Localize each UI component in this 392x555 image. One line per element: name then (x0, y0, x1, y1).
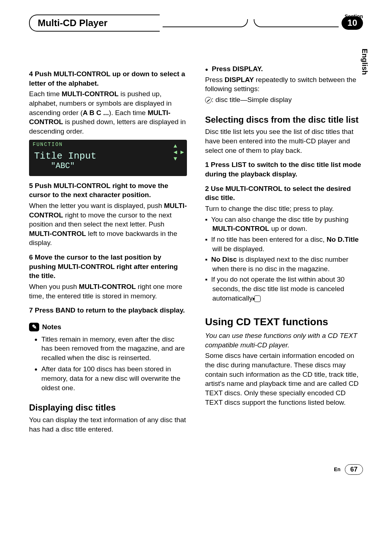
text: If you do not operate the list within ab… (211, 276, 345, 302)
text: : disc title—Simple display (212, 96, 292, 103)
lcd-arrows-icon: ▲◀ ▶▼ (173, 143, 184, 163)
section-number-badge: 10 (342, 16, 363, 29)
text: up or down. (269, 225, 307, 232)
step-7: 7 Press BAND to return to the playback d… (29, 306, 187, 315)
page-header: Multi-CD Player 10 (29, 15, 363, 32)
step-6-body: When you push MULTI-CONTROL right one mo… (29, 282, 187, 301)
sel-step-1: 1 Press LIST to switch to the disc title… (205, 160, 363, 179)
stop-icon: ■ (254, 295, 261, 302)
list-item: If no title has been entered for a disc,… (205, 235, 363, 253)
notes-heading: ✎ Notes (29, 322, 187, 332)
list-item: You can also change the disc title by pu… (205, 215, 363, 233)
text: Press (205, 76, 225, 83)
selecting-discs-heading: Selecting discs from the disc title list (205, 115, 363, 125)
cd-text-heading: Using CD TEXT functions (205, 315, 363, 329)
text: Press DISPLAY. (212, 65, 263, 73)
header-rule (163, 19, 248, 27)
page-number: 67 (345, 464, 363, 474)
step-4-head: 4 Push MULTI-CONTROL up or down to selec… (29, 69, 187, 88)
bold: A B C ... (83, 109, 109, 117)
bold: MULTI-CONTROL (62, 90, 119, 98)
list-item: No Disc is displayed next to the disc nu… (205, 255, 363, 273)
press-display-setting: : disc title—Simple display (205, 95, 363, 105)
text: Each time (29, 90, 62, 98)
selecting-discs-body: Disc title list lets you see the list of… (205, 127, 363, 155)
step-6-head: 6 Move the cursor to the last position b… (29, 253, 187, 281)
note-item: Titles remain in memory, even after the … (41, 335, 187, 363)
page-footer: En 67 (29, 464, 363, 474)
text: ). Each time (109, 109, 148, 117)
disc-list-notes: You can also change the disc title by pu… (205, 215, 363, 303)
sel-turn-line: Turn to change the disc title; press to … (205, 204, 363, 213)
lcd-input-text: "ABC" (51, 161, 75, 172)
text: will be displayed. (212, 245, 265, 253)
step-5-body: When the letter you want is displayed, p… (29, 201, 187, 248)
bold: No D.Title (327, 236, 359, 243)
list-item: If you do not operate the list within ab… (205, 275, 363, 303)
footer-lang: En (334, 466, 340, 473)
step-5: 5 Push MULTI-CONTROL right to move the c… (29, 181, 187, 248)
step-4-body: Each time MULTI-CONTROL is pushed up, al… (29, 89, 187, 136)
language-tab: English (359, 47, 370, 76)
left-column: 4 Push MULTI-CONTROL up or down to selec… (29, 64, 187, 435)
chapter-title: Multi-CD Player (29, 15, 160, 32)
cd-text-body: Some discs have certain information enco… (205, 351, 363, 407)
cd-text-note: You can use these functions only with a … (205, 331, 363, 350)
bold: MULTI-CONTROL (29, 230, 86, 237)
lcd-screenshot: FUNCTION Title Input "ABC" ▲◀ ▶▼ (29, 140, 187, 176)
press-display-head: Press DISPLAY. (205, 64, 363, 74)
disc-icon (205, 97, 212, 103)
displaying-disc-titles-body: You can display the text information of … (29, 415, 187, 434)
text: When the letter you want is displayed, p… (29, 202, 164, 209)
bold: MULTI-CONTROL (212, 225, 269, 232)
step-5-head: 5 Push MULTI-CONTROL right to move the c… (29, 181, 187, 200)
bold: DISPLAY (225, 76, 254, 83)
header-rule (254, 19, 339, 27)
sel-step-2: 2 Use MULTI-CONTROL to select the desire… (205, 184, 363, 203)
step-7-head: 7 Press BAND to return to the playback d… (29, 306, 187, 315)
note-item: After data for 100 discs has been stored… (41, 364, 187, 392)
right-column: Press DISPLAY. Press DISPLAY repeatedly … (205, 64, 363, 435)
text: You can also change the disc title by pu… (211, 216, 349, 223)
step-6: 6 Move the cursor to the last position b… (29, 253, 187, 301)
bold: MULTI-CONTROL (79, 283, 136, 290)
text: When you push (29, 283, 79, 290)
pencil-icon: ✎ (29, 323, 39, 331)
displaying-disc-titles-heading: Displaying disc titles (29, 403, 187, 413)
notes-list: Titles remain in memory, even after the … (29, 335, 187, 393)
bold: No Disc (211, 256, 237, 263)
step-4: 4 Push MULTI-CONTROL up or down to selec… (29, 69, 187, 136)
text: If no title has been entered for a disc, (211, 236, 327, 243)
press-display-body: Press DISPLAY repeatedly to switch betwe… (205, 75, 363, 94)
lcd-function-label: FUNCTION (33, 141, 63, 148)
notes-label-text: Notes (42, 322, 61, 332)
